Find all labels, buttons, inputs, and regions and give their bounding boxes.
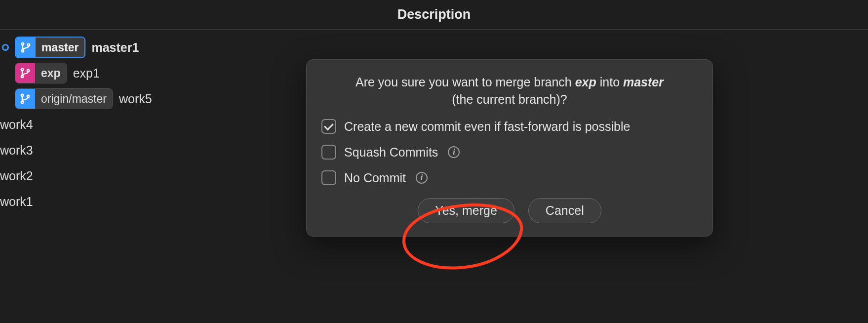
- graph-node: [0, 44, 9, 51]
- option-squash-commits[interactable]: Squash Commits i: [321, 145, 698, 160]
- commit-message: work2: [0, 169, 33, 183]
- commit-row[interactable]: work4: [0, 112, 247, 137]
- option-label: Squash Commits: [344, 145, 438, 160]
- commit-row[interactable]: work1: [0, 189, 247, 214]
- target-branch-name: master: [623, 75, 664, 89]
- git-branch-icon: [15, 89, 35, 109]
- column-header: Description: [0, 0, 868, 30]
- description-column-title: Description: [397, 7, 471, 22]
- commit-message: master1: [91, 40, 139, 55]
- source-branch-name: exp: [575, 75, 596, 89]
- content-area: master master1 exp exp1 origin/master: [0, 30, 868, 323]
- prompt-text: Are you sure you want to merge branch: [355, 75, 575, 89]
- branch-badge-exp[interactable]: exp: [15, 63, 67, 83]
- prompt-text: into: [596, 75, 623, 89]
- info-icon[interactable]: i: [416, 172, 428, 184]
- commit-row[interactable]: origin/master work5: [0, 86, 247, 112]
- branch-badge-label: exp: [35, 63, 67, 83]
- checkbox[interactable]: [321, 170, 336, 185]
- branch-badge-label: origin/master: [35, 89, 113, 109]
- prompt-text: (the current branch)?: [452, 92, 567, 106]
- commit-message: work3: [0, 143, 33, 158]
- commit-message: exp1: [73, 66, 100, 81]
- commit-message: work4: [0, 118, 33, 132]
- checkbox[interactable]: [321, 119, 336, 134]
- merge-confirm-dialog: Are you sure you want to merge branch ex…: [306, 59, 713, 237]
- info-icon[interactable]: i: [448, 146, 460, 158]
- commit-row[interactable]: work2: [0, 163, 247, 189]
- option-no-commit[interactable]: No Commit i: [321, 170, 698, 185]
- commit-message: work1: [0, 195, 33, 209]
- option-no-fast-forward[interactable]: Create a new commit even if fast-forward…: [321, 119, 698, 134]
- dialog-question: Are you sure you want to merge branch ex…: [321, 74, 698, 108]
- commit-row[interactable]: work3: [0, 137, 247, 163]
- option-label: Create a new commit even if fast-forward…: [344, 120, 630, 134]
- branch-badge-label: master: [36, 38, 84, 57]
- branch-badge-origin-master[interactable]: origin/master: [15, 88, 113, 109]
- option-label: No Commit: [344, 171, 406, 185]
- git-branch-icon: [16, 38, 36, 57]
- commit-list: master master1 exp exp1 origin/master: [0, 35, 247, 214]
- commit-row[interactable]: exp exp1: [0, 60, 247, 86]
- branch-badge-master[interactable]: master: [15, 37, 85, 58]
- commit-row[interactable]: master master1: [0, 35, 247, 60]
- checkbox[interactable]: [321, 145, 336, 160]
- cancel-button[interactable]: Cancel: [528, 198, 601, 223]
- yes-merge-button[interactable]: Yes, merge: [418, 198, 514, 223]
- git-branch-icon: [15, 63, 35, 83]
- commit-message: work5: [119, 92, 152, 106]
- dialog-button-row: Yes, merge Cancel: [321, 198, 698, 223]
